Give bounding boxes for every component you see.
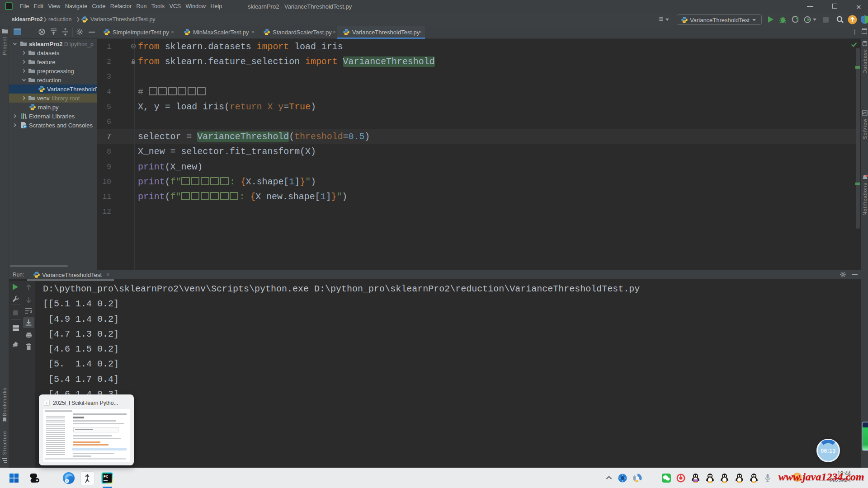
svg-text:PC: PC <box>104 474 108 479</box>
